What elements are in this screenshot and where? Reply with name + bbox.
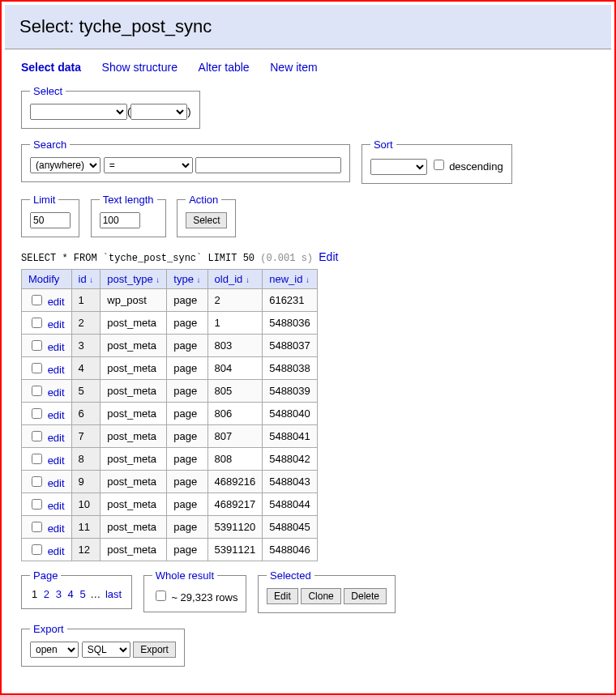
select-function[interactable] (30, 104, 127, 120)
selected-clone-button[interactable]: Clone (301, 588, 340, 604)
col-modify[interactable]: Modify (28, 273, 59, 285)
cell-new-id[interactable]: 5488036 (263, 312, 318, 335)
row-edit-link[interactable]: edit (48, 364, 65, 376)
cell-id[interactable]: 12 (71, 539, 101, 561)
row-checkbox[interactable] (32, 431, 42, 441)
cell-new-id[interactable]: 5488042 (263, 448, 318, 471)
col-post-type[interactable]: post_type ↓ (107, 273, 160, 285)
cell-post-type[interactable]: post_meta (101, 471, 167, 493)
whole-result-label[interactable]: ~ 29,323 rows (152, 591, 238, 603)
page-link-2[interactable]: 2 (44, 588, 49, 600)
cell-id[interactable]: 10 (71, 493, 101, 516)
cell-old-id[interactable]: 2 (207, 289, 263, 312)
row-edit-link[interactable]: edit (48, 432, 65, 444)
cell-old-id[interactable]: 4689217 (207, 493, 263, 516)
cell-post-type[interactable]: post_meta (101, 357, 167, 380)
cell-id[interactable]: 3 (71, 335, 101, 357)
cell-old-id[interactable]: 5391120 (207, 516, 263, 539)
cell-post-type[interactable]: post_meta (101, 539, 167, 561)
row-checkbox[interactable] (32, 295, 42, 305)
cell-old-id[interactable]: 804 (207, 357, 263, 380)
row-checkbox[interactable] (32, 499, 42, 510)
row-checkbox[interactable] (32, 522, 42, 532)
row-checkbox[interactable] (32, 340, 42, 351)
cell-new-id[interactable]: 5488038 (263, 357, 318, 380)
cell-type[interactable]: page (167, 539, 207, 561)
row-edit-link[interactable]: edit (48, 386, 65, 399)
cell-new-id[interactable]: 616231 (263, 289, 318, 312)
row-edit-link[interactable]: edit (48, 545, 65, 557)
cell-old-id[interactable]: 803 (207, 335, 263, 357)
cell-post-type[interactable]: post_meta (101, 516, 167, 539)
row-edit-link[interactable]: edit (48, 341, 65, 353)
page-link-last[interactable]: last (105, 588, 122, 600)
row-checkbox[interactable] (32, 408, 42, 419)
page-link-5[interactable]: 5 (79, 588, 85, 600)
cell-post-type[interactable]: post_meta (101, 380, 167, 403)
search-column[interactable]: (anywhere) (30, 157, 101, 173)
row-edit-link[interactable]: edit (48, 409, 65, 421)
export-format[interactable]: SQL (82, 642, 130, 658)
cell-post-type[interactable]: post_meta (101, 425, 167, 448)
cell-id[interactable]: 1 (71, 289, 101, 312)
cell-id[interactable]: 6 (71, 403, 101, 425)
row-edit-link[interactable]: edit (48, 500, 65, 512)
cell-new-id[interactable]: 5488041 (263, 425, 318, 448)
sql-edit-link[interactable]: Edit (319, 250, 338, 263)
row-edit-link[interactable]: edit (48, 296, 65, 308)
selected-edit-button[interactable]: Edit (267, 588, 298, 604)
row-edit-link[interactable]: edit (48, 522, 65, 535)
cell-type[interactable]: page (167, 493, 207, 516)
cell-old-id[interactable]: 4689216 (207, 471, 263, 493)
sort-desc-checkbox[interactable] (434, 160, 444, 170)
textlength-input[interactable] (100, 212, 140, 228)
tab-alter-table[interactable]: Alter table (199, 61, 250, 74)
cell-post-type[interactable]: post_meta (101, 312, 167, 335)
cell-new-id[interactable]: 5488043 (263, 471, 318, 493)
cell-post-type[interactable]: post_meta (101, 493, 167, 516)
cell-old-id[interactable]: 805 (207, 380, 263, 403)
row-checkbox[interactable] (32, 454, 42, 464)
tab-show-structure[interactable]: Show structure (102, 61, 178, 74)
col-type[interactable]: type ↓ (173, 273, 200, 285)
cell-new-id[interactable]: 5488044 (263, 493, 318, 516)
cell-post-type[interactable]: post_meta (101, 448, 167, 471)
row-edit-link[interactable]: edit (48, 454, 65, 467)
row-checkbox[interactable] (32, 476, 42, 487)
row-edit-link[interactable]: edit (48, 477, 65, 489)
col-new-id[interactable]: new_id ↓ (269, 273, 310, 285)
export-button[interactable]: Export (133, 642, 176, 658)
cell-new-id[interactable]: 5488037 (263, 335, 318, 357)
cell-type[interactable]: page (167, 312, 207, 335)
selected-delete-button[interactable]: Delete (344, 588, 387, 604)
limit-input[interactable] (30, 212, 71, 228)
cell-new-id[interactable]: 5488046 (263, 539, 318, 561)
row-checkbox[interactable] (32, 544, 42, 555)
sort-column[interactable] (370, 159, 427, 175)
cell-post-type[interactable]: post_meta (101, 335, 167, 357)
page-link-3[interactable]: 3 (56, 588, 62, 600)
col-id[interactable]: id ↓ (79, 273, 94, 285)
cell-id[interactable]: 7 (71, 425, 101, 448)
cell-old-id[interactable]: 806 (207, 403, 263, 425)
cell-type[interactable]: page (167, 357, 207, 380)
cell-type[interactable]: page (167, 380, 207, 403)
row-edit-link[interactable]: edit (48, 318, 65, 330)
cell-type[interactable]: page (167, 448, 207, 471)
cell-post-type[interactable]: post_meta (101, 403, 167, 425)
cell-id[interactable]: 9 (71, 471, 101, 493)
export-output[interactable]: open (30, 642, 79, 658)
search-value[interactable] (195, 157, 341, 173)
whole-result-checkbox[interactable] (156, 591, 166, 601)
cell-type[interactable]: page (167, 335, 207, 357)
cell-new-id[interactable]: 5488040 (263, 403, 318, 425)
row-checkbox[interactable] (32, 363, 42, 373)
select-column[interactable] (130, 104, 187, 120)
search-operator[interactable]: = (104, 157, 193, 173)
cell-type[interactable]: page (167, 471, 207, 493)
cell-old-id[interactable]: 808 (207, 448, 263, 471)
tab-select-data[interactable]: Select data (21, 61, 81, 74)
cell-old-id[interactable]: 5391121 (207, 539, 263, 561)
cell-id[interactable]: 5 (71, 380, 101, 403)
cell-type[interactable]: page (167, 425, 207, 448)
